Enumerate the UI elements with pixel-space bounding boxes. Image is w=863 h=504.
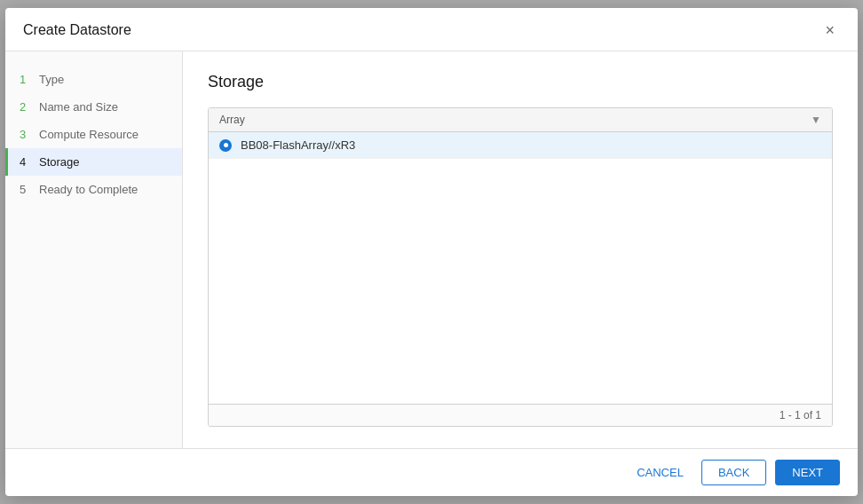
sidebar: 1 Type2 Name and Size3 Compute Resource4… <box>5 51 183 448</box>
step-number: 1 <box>20 73 32 86</box>
step-label: Ready to Complete <box>39 183 138 196</box>
table-header: Array ▼ <box>209 108 832 132</box>
step-label: Name and Size <box>39 100 118 114</box>
filter-icon[interactable]: ▼ <box>811 114 821 126</box>
main-content: Storage Array ▼ BB08-FlashArray//xR3 1 -… <box>183 51 858 448</box>
step-number: 3 <box>20 128 32 141</box>
table-footer: 1 - 1 of 1 <box>209 404 832 426</box>
step-label: Compute Resource <box>39 128 139 141</box>
step-number: 2 <box>20 100 32 114</box>
array-name: BB08-FlashArray//xR3 <box>241 138 355 152</box>
sidebar-item-2[interactable]: 2 Name and Size <box>5 93 182 121</box>
sidebar-item-3[interactable]: 3 Compute Resource <box>5 121 182 148</box>
radio-button[interactable] <box>219 139 232 152</box>
sidebar-item-1[interactable]: 1 Type <box>5 66 182 93</box>
step-number: 4 <box>20 155 32 169</box>
pagination-info: 1 - 1 of 1 <box>780 409 821 421</box>
modal-header: Create Datastore × <box>5 8 858 51</box>
step-number: 5 <box>20 183 32 196</box>
modal-overlay: Create Datastore × 1 Type2 Name and Size… <box>0 0 863 504</box>
step-label: Storage <box>39 155 80 169</box>
modal-footer: CANCEL BACK NEXT <box>5 448 858 496</box>
next-button[interactable]: NEXT <box>775 460 840 485</box>
sidebar-item-5[interactable]: 5 Ready to Complete <box>5 176 182 203</box>
section-title: Storage <box>208 73 833 91</box>
radio-col <box>219 139 241 152</box>
modal-body: 1 Type2 Name and Size3 Compute Resource4… <box>5 51 858 448</box>
table-row[interactable]: BB08-FlashArray//xR3 <box>209 132 832 159</box>
back-button[interactable]: BACK <box>701 460 766 485</box>
sidebar-item-4[interactable]: 4 Storage <box>5 148 182 176</box>
storage-table: Array ▼ BB08-FlashArray//xR3 1 - 1 of 1 <box>208 107 833 427</box>
cancel-button[interactable]: CANCEL <box>628 461 693 484</box>
step-label: Type <box>39 73 64 86</box>
close-button[interactable]: × <box>819 20 840 40</box>
column-header-array: Array <box>219 114 811 126</box>
modal: Create Datastore × 1 Type2 Name and Size… <box>5 8 858 496</box>
table-body: BB08-FlashArray//xR3 <box>209 132 832 404</box>
modal-title: Create Datastore <box>23 22 131 38</box>
